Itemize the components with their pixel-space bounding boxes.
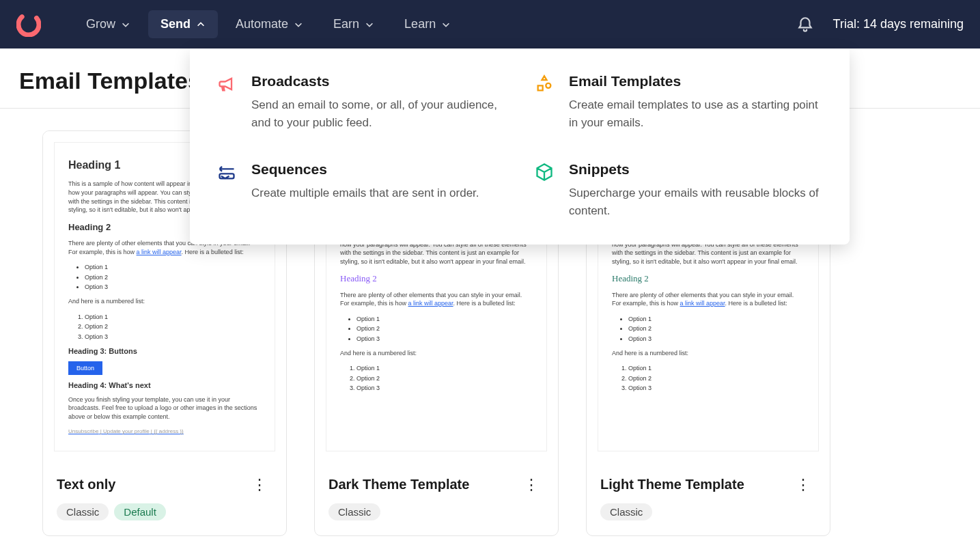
chevron-down-icon [441, 20, 451, 29]
top-navbar: Grow Send Automate Earn Learn Trial: 14 … [0, 0, 980, 48]
chevron-up-icon [196, 20, 206, 29]
nav-label: Send [160, 17, 191, 31]
nav-learn[interactable]: Learn [392, 10, 463, 38]
preview-text: There are plenty of other elements that … [340, 291, 533, 308]
preview-text: And here is a numbered list: [68, 297, 261, 306]
dropdown-sequences[interactable]: Sequences Create multiple emails that ar… [217, 161, 505, 221]
sequences-icon [217, 163, 236, 182]
preview-text: And here is a numbered list: [340, 349, 533, 358]
dropdown-broadcasts[interactable]: Broadcasts Send an email to some, or all… [217, 73, 505, 132]
preview-h3: Heading 3: Buttons [68, 346, 261, 357]
preview-list: Option 1 Option 2 Option 3 [68, 313, 261, 341]
chevron-down-icon [294, 20, 303, 29]
kebab-menu-icon[interactable]: ⋮ [247, 473, 272, 497]
chevron-down-icon [121, 20, 130, 29]
templates-icon [535, 74, 554, 94]
kebab-menu-icon[interactable]: ⋮ [518, 473, 544, 497]
preview-text: There are plenty of other elements that … [612, 291, 804, 308]
template-name: Dark Theme Template [328, 477, 469, 492]
tag: Classic [57, 503, 109, 520]
kebab-menu-icon[interactable]: ⋮ [790, 473, 816, 497]
preview-h2: Heading 2 [612, 273, 804, 285]
nav-send[interactable]: Send [148, 10, 218, 38]
nav-label: Learn [404, 17, 436, 31]
preview-list: Option 1 Option 2 Option 3 [340, 364, 533, 393]
trial-status[interactable]: Trial: 14 days remaining [833, 17, 964, 31]
nav-label: Automate [236, 17, 288, 31]
dropdown-title: Sequences [251, 161, 479, 178]
tag: Classic [600, 503, 652, 520]
megaphone-icon [217, 74, 236, 94]
tag-default: Default [114, 503, 166, 520]
nav-label: Earn [333, 17, 359, 31]
nav-grow[interactable]: Grow [74, 10, 143, 38]
dropdown-snippets[interactable]: Snippets Supercharge your emails with re… [535, 161, 822, 221]
preview-h4: Heading 4: What's next [68, 380, 261, 391]
dropdown-title: Snippets [569, 161, 822, 178]
dropdown-desc: Supercharge your emails with reusable bl… [569, 184, 822, 221]
template-name: Light Theme Template [600, 477, 744, 492]
chevron-down-icon [365, 20, 374, 29]
template-tags: Classic [600, 503, 816, 520]
nav-label: Grow [86, 17, 115, 31]
dropdown-desc: Create multiple emails that are sent in … [251, 184, 479, 202]
dropdown-templates[interactable]: Email Templates Create email templates t… [535, 73, 822, 132]
preview-list: Option 1 Option 2 Option 3 [68, 263, 261, 292]
dropdown-desc: Send an email to some, or all, of your a… [251, 96, 505, 132]
preview-list: Option 1 Option 2 Option 3 [340, 315, 533, 344]
dropdown-title: Email Templates [569, 73, 822, 89]
send-dropdown: Broadcasts Send an email to some, or all… [190, 48, 850, 245]
nav-earn[interactable]: Earn [321, 10, 387, 38]
template-tags: Classic Default [57, 503, 272, 520]
svg-point-0 [16, 12, 41, 37]
preview-list: Option 1 Option 2 Option 3 [612, 315, 804, 344]
preview-text: Once you finish styling your template, y… [68, 395, 261, 421]
template-tags: Classic [328, 503, 544, 520]
preview-footer: Unsubscribe | Update your profile | {{ a… [68, 428, 261, 435]
tag: Classic [328, 503, 380, 520]
preview-text: And here is a numbered list: [612, 349, 804, 358]
template-footer: Text only ⋮ Classic Default [43, 462, 286, 535]
template-footer: Dark Theme Template ⋮ Classic [315, 462, 558, 535]
preview-button: Button [68, 361, 102, 376]
dropdown-title: Broadcasts [251, 73, 505, 89]
cube-icon [535, 163, 554, 182]
template-footer: Light Theme Template ⋮ Classic [587, 462, 830, 535]
bell-icon[interactable] [796, 16, 814, 33]
preview-list: Option 1 Option 2 Option 3 [612, 364, 804, 393]
logo[interactable] [16, 12, 41, 37]
preview-h2: Heading 2 [340, 273, 533, 285]
nav-automate[interactable]: Automate [223, 10, 316, 38]
dropdown-desc: Create email templates to use as a start… [569, 96, 822, 132]
template-name: Text only [57, 477, 115, 492]
